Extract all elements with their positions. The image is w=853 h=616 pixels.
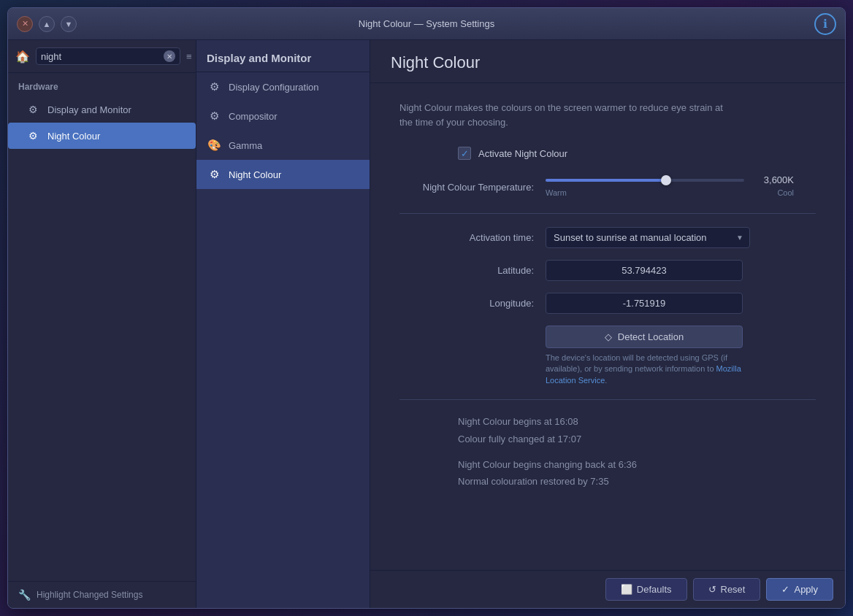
temperature-slider-track [546, 179, 744, 182]
gamma-icon: 🎨 [207, 138, 221, 153]
slider-label-cool: Cool [777, 188, 794, 197]
highlight-icon: 🔧 [18, 589, 31, 601]
panel-split: Display and Monitor ⚙ Display Configurat… [196, 40, 845, 608]
submenu-label-gamma: Gamma [229, 140, 262, 151]
description-text: Night Colour makes the colours on the sc… [399, 101, 735, 129]
detect-btn-label: Detect Location [618, 331, 684, 342]
apply-button[interactable]: ✓ Apply [766, 578, 833, 601]
submenu-bar: Display and Monitor ⚙ Display Configurat… [196, 40, 370, 608]
info-line-4: Normal colouration restored by 7:35 [458, 473, 816, 490]
temperature-slider-wrap: 3,600K [546, 174, 794, 185]
search-input[interactable] [41, 51, 164, 62]
submenu-header: Display and Monitor [196, 40, 370, 72]
close-button[interactable]: ✕ [17, 16, 33, 32]
temperature-control: 3,600K Warm Cool [546, 174, 794, 200]
defaults-icon: ⬜ [621, 584, 632, 595]
temperature-label: Night Colour Temperature: [399, 182, 546, 193]
apply-label: Apply [794, 584, 818, 595]
sidebar-search-bar: 🏠 ✕ ≡ [8, 40, 196, 73]
sidebar-item-display-and-monitor[interactable]: ⚙ Display and Monitor [8, 96, 196, 123]
temperature-slider-thumb[interactable] [661, 175, 671, 185]
submenu-item-night-colour[interactable]: ⚙ Night Colour [196, 160, 370, 189]
bottom-bar: ⬜ Defaults ↺ Reset ✓ Apply [370, 570, 845, 608]
slider-label-warm: Warm [546, 188, 567, 197]
temperature-slider-fill [546, 179, 665, 182]
info-block: Night Colour begins at 16:08 Colour full… [399, 413, 816, 490]
sidebar-item-label-night: Night Colour [47, 131, 100, 142]
reset-icon: ↺ [708, 584, 716, 595]
longitude-control [546, 293, 794, 314]
settings-panel: Night Colour Night Colour makes the colo… [370, 40, 845, 608]
latitude-input[interactable] [546, 260, 743, 281]
activation-time-label: Activation time: [399, 232, 546, 243]
sidebar-menu-button[interactable]: ≡ [186, 46, 192, 66]
slider-labels: Warm Cool [546, 185, 794, 200]
info-divider [399, 399, 816, 400]
sidebar-section-hardware: Hardware [8, 73, 196, 96]
down-button[interactable]: ▼ [61, 16, 77, 32]
temperature-row: Night Colour Temperature: 3,600K [399, 174, 816, 200]
submenu-item-compositor[interactable]: ⚙ Compositor [196, 101, 370, 131]
activation-time-row: Activation time: Sunset to sunrise at ma… [399, 227, 816, 248]
submenu-label-compositor: Compositor [229, 111, 277, 122]
display-monitor-icon: ⚙ [26, 102, 40, 117]
info-button[interactable]: ℹ [814, 13, 836, 35]
apply-icon: ✓ [781, 584, 789, 595]
sidebar-item-label-display: Display and Monitor [47, 104, 131, 115]
longitude-label: Longitude: [399, 298, 546, 309]
activate-label[interactable]: Activate Night Colour [478, 148, 567, 159]
reset-button[interactable]: ↺ Reset [693, 578, 761, 601]
search-wrap: ✕ [36, 47, 180, 65]
detect-note: The device's location will be detected u… [546, 353, 743, 386]
divider [399, 213, 816, 214]
activation-time-control: Sunset to sunrise at manual location ▼ [546, 227, 794, 248]
up-button[interactable]: ▲ [39, 16, 55, 32]
latitude-label: Latitude: [399, 265, 546, 276]
reset-label: Reset [721, 584, 746, 595]
submenu-label-night-colour: Night Colour [229, 169, 281, 180]
search-clear-button[interactable]: ✕ [164, 50, 175, 62]
display-config-icon: ⚙ [207, 80, 221, 94]
main-content: 🏠 ✕ ≡ Hardware ⚙ Display and Monitor ⚙ N… [8, 40, 845, 608]
temperature-value: 3,600K [750, 174, 794, 185]
submenu-item-display-config[interactable]: ⚙ Display Configuration [196, 72, 370, 101]
titlebar-controls: ✕ ▲ ▼ [17, 16, 77, 32]
sidebar-item-night-colour[interactable]: ⚙ Night Colour [8, 123, 196, 149]
longitude-input[interactable] [546, 293, 743, 314]
detect-location-button[interactable]: ◇ Detect Location [546, 326, 743, 348]
info-line-2: Colour fully changed at 17:07 [458, 431, 816, 447]
latitude-row: Latitude: [399, 260, 816, 281]
home-button[interactable]: 🏠 [15, 46, 30, 66]
select-arrow-icon: ▼ [730, 234, 749, 242]
night-colour-sidebar-icon: ⚙ [26, 128, 40, 143]
detect-row: ◇ Detect Location The device's location … [399, 326, 816, 386]
info-line-3: Night Colour begins changing back at 6:3… [458, 456, 816, 473]
latitude-control [546, 260, 794, 281]
window-title: Night Colour — System Settings [359, 18, 494, 29]
info-line-1: Night Colour begins at 16:08 [458, 413, 816, 430]
submenu-label-display-config: Display Configuration [229, 82, 319, 93]
highlight-label: Highlight Changed Settings [37, 590, 142, 600]
activate-checkbox[interactable]: ✓ [458, 147, 471, 160]
settings-body: Night Colour makes the colours on the sc… [370, 83, 845, 570]
night-colour-submenu-icon: ⚙ [207, 167, 221, 182]
system-settings-window: ✕ ▲ ▼ Night Colour — System Settings ℹ 🏠… [7, 7, 846, 609]
detect-control: ◇ Detect Location The device's location … [546, 326, 794, 386]
longitude-row: Longitude: [399, 293, 816, 314]
detect-location-icon: ◇ [605, 331, 612, 342]
settings-title: Night Colour [391, 53, 825, 72]
sidebar: 🏠 ✕ ≡ Hardware ⚙ Display and Monitor ⚙ N… [8, 40, 196, 608]
submenu-item-gamma[interactable]: 🎨 Gamma [196, 131, 370, 160]
compositor-icon: ⚙ [207, 109, 221, 123]
activation-time-select[interactable]: Sunset to sunrise at manual location ▼ [546, 227, 750, 248]
activate-row: ✓ Activate Night Colour [399, 147, 816, 160]
titlebar: ✕ ▲ ▼ Night Colour — System Settings ℹ [8, 8, 845, 40]
highlight-changed-settings[interactable]: 🔧 Highlight Changed Settings [8, 581, 196, 608]
activation-time-value: Sunset to sunrise at manual location [546, 228, 730, 247]
defaults-button[interactable]: ⬜ Defaults [605, 578, 687, 601]
defaults-label: Defaults [637, 584, 672, 595]
settings-header: Night Colour [370, 40, 845, 83]
